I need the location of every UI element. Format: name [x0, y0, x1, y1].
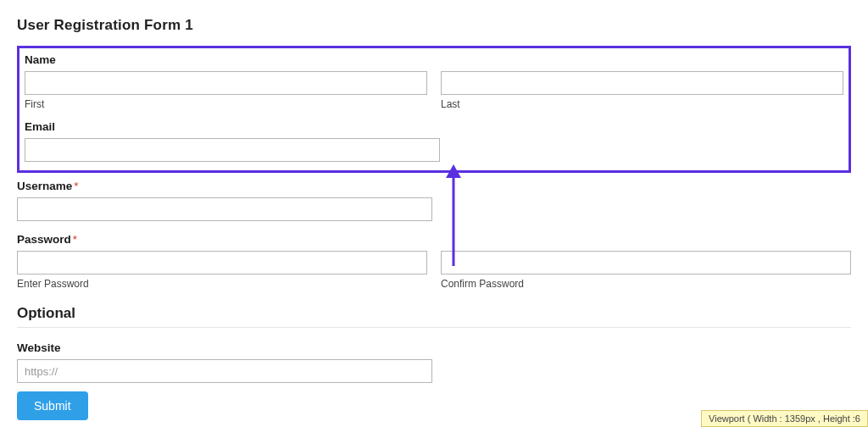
email-label: Email	[25, 120, 843, 133]
website-label: Website	[17, 341, 851, 354]
username-input[interactable]	[17, 197, 432, 221]
email-input[interactable]	[25, 138, 440, 162]
website-input[interactable]	[17, 359, 432, 383]
password-row: Enter Password Confirm Password	[17, 251, 851, 290]
password-required-star: *	[73, 233, 77, 246]
password-label: Password*	[17, 233, 851, 246]
username-group: Username*	[17, 180, 851, 221]
last-name-input[interactable]	[441, 71, 843, 95]
website-group: Website	[17, 341, 851, 383]
confirm-password-sublabel: Confirm Password	[441, 278, 851, 290]
highlight-box: Name First Last Email	[17, 46, 851, 173]
first-name-sublabel: First	[25, 98, 427, 110]
page-container: User Registration Form 1 Name First Last…	[0, 0, 868, 420]
password-group: Password* Enter Password Confirm Passwor…	[17, 233, 851, 290]
submit-button[interactable]: Submit	[17, 391, 88, 420]
first-name-input[interactable]	[25, 71, 427, 95]
name-label: Name	[25, 53, 843, 66]
name-row: First Last	[25, 71, 843, 110]
last-name-sublabel: Last	[441, 98, 843, 110]
enter-password-sublabel: Enter Password	[17, 278, 427, 290]
confirm-password-input[interactable]	[441, 251, 851, 274]
page-title: User Registration Form 1	[17, 17, 851, 34]
email-col	[25, 138, 440, 162]
name-first-col: First	[25, 71, 427, 110]
optional-heading: Optional	[17, 305, 851, 328]
password-label-text: Password	[17, 233, 71, 246]
username-required-star: *	[74, 180, 78, 192]
username-label: Username*	[17, 180, 851, 192]
viewport-badge: Viewport ( Width : 1359px , Height :6	[701, 410, 868, 427]
password-confirm-col: Confirm Password	[441, 251, 851, 290]
password-enter-col: Enter Password	[17, 251, 427, 290]
username-label-text: Username	[17, 180, 72, 192]
enter-password-input[interactable]	[17, 251, 427, 274]
name-last-col: Last	[441, 71, 843, 110]
